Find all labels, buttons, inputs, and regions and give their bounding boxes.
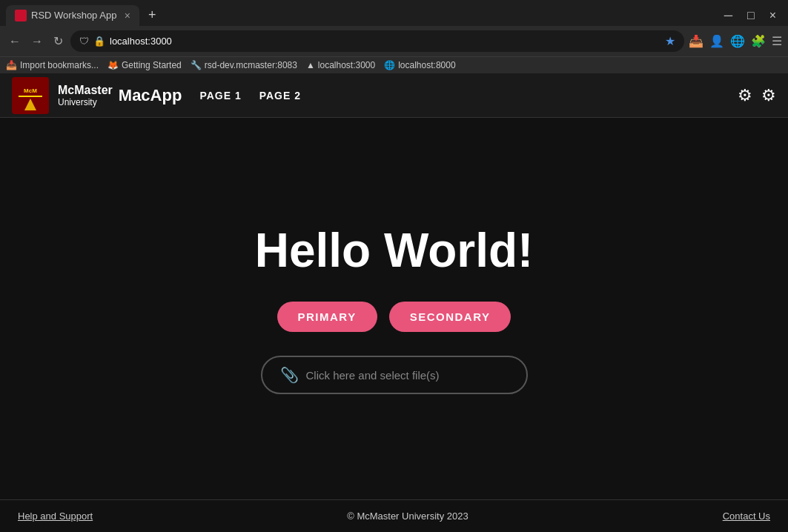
tab-title: RSD Workshop App <box>31 10 120 21</box>
window-controls: ─ □ × <box>718 6 782 25</box>
address-bar[interactable]: 🛡 🔒 localhost:3000 ★ <box>70 30 684 52</box>
bookmark-import[interactable]: 📥 Import bookmarks... <box>6 60 99 70</box>
import-icon: 📥 <box>6 60 17 70</box>
bookmark-localhost-3000[interactable]: ▲ localhost:3000 <box>306 60 375 70</box>
bookmark-label: localhost:8000 <box>398 60 455 70</box>
nav-links: PAGE 1 PAGE 2 <box>199 90 301 102</box>
university-logo: McM <box>12 77 49 114</box>
rsd-icon: 🔧 <box>191 60 202 70</box>
reload-button[interactable]: ↻ <box>50 31 66 51</box>
logo-area: McM McMaster University <box>12 77 113 114</box>
close-button[interactable]: × <box>764 6 782 25</box>
main-content: Hello World! PRIMARY SECONDARY 📎 Click h… <box>0 118 788 499</box>
settings-icon-2[interactable]: ⚙ <box>761 86 776 105</box>
primary-button[interactable]: PRIMARY <box>277 302 377 332</box>
bookmark-localhost-8000[interactable]: 🌐 localhost:8000 <box>384 60 455 70</box>
back-button[interactable]: ← <box>6 32 24 51</box>
globe-icon: 🌐 <box>384 60 395 70</box>
mcmaster-crest-svg: McM <box>13 78 48 113</box>
bookmark-label: rsd-dev.mcmaster:8083 <box>205 60 297 70</box>
shield-icon: 🛡 <box>79 36 89 47</box>
firefox-icon: 🦊 <box>107 60 119 70</box>
settings-icon-1[interactable]: ⚙ <box>738 86 752 105</box>
tab-favicon <box>15 10 27 21</box>
bookmark-getting-started[interactable]: 🦊 Getting Started <box>107 60 182 70</box>
bookmark-label: Getting Started <box>122 60 182 70</box>
url-text: localhost:3000 <box>110 36 660 47</box>
navbar: McM McMaster University MacApp PAGE 1 PA… <box>0 73 788 118</box>
lock-icon: 🔒 <box>93 36 105 47</box>
file-upload-label: Click here and select file(s) <box>306 369 440 382</box>
secondary-button[interactable]: SECONDARY <box>389 302 511 332</box>
hero-title: Hello World! <box>255 223 534 278</box>
app-container: McM McMaster University MacApp PAGE 1 PA… <box>0 73 788 532</box>
tab-close-button[interactable]: × <box>125 10 130 21</box>
menu-button[interactable]: ☰ <box>772 34 782 48</box>
button-row: PRIMARY SECONDARY <box>277 302 511 332</box>
tab-bar: RSD Workshop App × + ─ □ × <box>0 0 788 26</box>
triangle-icon: ▲ <box>306 60 315 70</box>
address-bar-row: ← → ↻ 🛡 🔒 localhost:3000 ★ 📥 👤 🌐 🧩 ☰ <box>0 26 788 56</box>
account-button[interactable]: 👤 <box>709 34 724 48</box>
gear-buttons: ⚙ ⚙ <box>738 86 776 105</box>
svg-rect-2 <box>19 96 42 97</box>
copyright-text: © McMaster University 2023 <box>347 511 468 522</box>
app-name: MacApp <box>119 86 182 105</box>
footer: Help and Support © McMaster University 2… <box>0 499 788 532</box>
firefox-account-button[interactable]: 🌐 <box>730 34 745 48</box>
browser-chrome: RSD Workshop App × + ─ □ × ← → ↻ 🛡 🔒 loc… <box>0 0 788 73</box>
university-name-line1: McMaster <box>58 83 113 97</box>
help-support-link[interactable]: Help and Support <box>18 511 93 522</box>
paperclip-icon: 📎 <box>280 366 299 384</box>
university-name-line2: University <box>58 97 113 107</box>
bookmarks-bar: 📥 Import bookmarks... 🦊 Getting Started … <box>0 56 788 73</box>
nav-page1[interactable]: PAGE 1 <box>199 90 241 102</box>
bookmark-label: Import bookmarks... <box>20 60 99 70</box>
file-upload-area[interactable]: 📎 Click here and select file(s) <box>261 356 528 394</box>
university-name-text: McMaster University <box>58 83 113 108</box>
minimize-button[interactable]: ─ <box>718 6 738 25</box>
nav-page2[interactable]: PAGE 2 <box>259 90 301 102</box>
forward-button[interactable]: → <box>28 32 46 51</box>
browser-tab[interactable]: RSD Workshop App × <box>6 5 139 26</box>
bookmark-rsd[interactable]: 🔧 rsd-dev.mcmaster:8083 <box>191 60 297 70</box>
maximize-button[interactable]: □ <box>741 6 761 25</box>
pocket-button[interactable]: 📥 <box>689 34 703 48</box>
bookmark-star-icon[interactable]: ★ <box>665 34 675 48</box>
browser-actions: 📥 👤 🌐 🧩 ☰ <box>689 34 782 48</box>
new-tab-button[interactable]: + <box>142 4 162 26</box>
extensions-button[interactable]: 🧩 <box>751 34 766 48</box>
svg-text:McM: McM <box>24 87 37 94</box>
contact-us-link[interactable]: Contact Us <box>723 511 770 522</box>
bookmark-label: localhost:3000 <box>318 60 375 70</box>
